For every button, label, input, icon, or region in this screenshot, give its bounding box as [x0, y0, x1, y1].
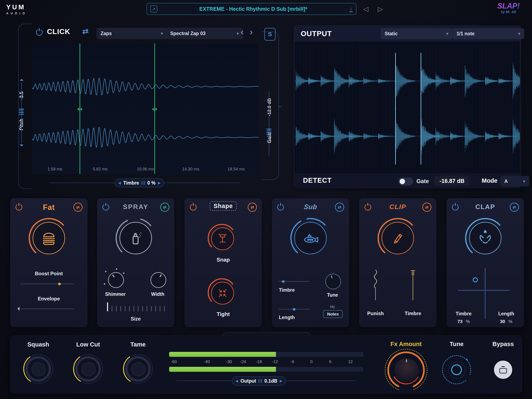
arrow-left-icon[interactable]: ◂: [119, 180, 121, 186]
mode-value: A: [504, 178, 508, 184]
clap-main-knob[interactable]: [463, 216, 507, 260]
shimmer-knob[interactable]: [108, 272, 124, 288]
chevron-down-icon: ▾: [161, 31, 163, 36]
sub-main-knob[interactable]: [288, 216, 332, 260]
pitch-up-arrow[interactable]: [20, 79, 24, 81]
output-gain-pill[interactable]: ◂ Output 0.1dB ▸: [232, 376, 286, 386]
download-preset-icon[interactable]: ↓: [349, 6, 353, 12]
tame-knob-face[interactable]: [131, 362, 146, 376]
preset-name[interactable]: EXTREME - Hectic Rhythmic D Sub [mrbill]…: [157, 6, 349, 12]
envelope-handle[interactable]: [18, 307, 19, 311]
meter-tick: 6: [329, 359, 331, 364]
spray-knob-face[interactable]: [120, 222, 152, 254]
click-shuffle-icon[interactable]: ⇄: [82, 27, 89, 36]
gate-toggle-knob[interactable]: [400, 179, 405, 184]
clap-xy-pad-dot[interactable]: [473, 277, 478, 282]
tame-knob[interactable]: [122, 353, 154, 385]
mode-dropdown[interactable]: A ▾: [500, 176, 529, 186]
click-marker-end-handle[interactable]: [152, 107, 157, 111]
squash-knob[interactable]: [23, 353, 54, 385]
clip-timbre-slider[interactable]: [410, 269, 416, 301]
sub-timbre-slider[interactable]: [279, 281, 310, 282]
sub-swap-icon[interactable]: ⇄: [335, 203, 344, 212]
punish-slider[interactable]: [372, 269, 379, 301]
pitch-down-arrow[interactable]: [20, 144, 24, 146]
arrow-right-icon[interactable]: ▸: [158, 180, 160, 186]
click-next-preset[interactable]: ›: [250, 27, 253, 37]
sub-knob-face[interactable]: [294, 222, 327, 254]
sub-module: Sub ⇄ Timbre Tune Hz Notes Length: [272, 198, 349, 327]
snap-knob[interactable]: [206, 222, 238, 254]
clap-timbre-label: Timbre: [451, 311, 476, 317]
envelope-slider[interactable]: [20, 308, 74, 309]
clip-timbre-label: Timbre: [398, 311, 427, 316]
bottom-tune-knob[interactable]: [440, 353, 473, 386]
click-preset-dropdown[interactable]: Spectral Zap 03 ▾: [166, 28, 243, 39]
output-trigger-dropdown[interactable]: Static ▾: [381, 28, 452, 39]
click-category-dropdown[interactable]: Zaps ▾: [97, 28, 167, 39]
sub-length-handle[interactable]: [293, 308, 295, 311]
width-knob[interactable]: [151, 272, 166, 288]
spray-swap-icon[interactable]: ⇄: [160, 203, 169, 212]
sub-tune-knob[interactable]: [325, 274, 341, 289]
yum-audio-logo: YUM AUDIO: [6, 3, 39, 15]
clip-main-knob[interactable]: [376, 216, 420, 260]
squash-knob-face[interactable]: [32, 362, 46, 376]
bypass-button[interactable]: [494, 361, 512, 379]
preset-bar[interactable]: ↗ EXTREME - Hectic Rhythmic D Sub [mrbil…: [146, 3, 356, 15]
grip-icon: [141, 181, 145, 185]
fx-knob-face[interactable]: [394, 358, 419, 383]
clap-xy-pad-vaxis[interactable]: [485, 268, 485, 319]
gate-toggle[interactable]: [399, 178, 413, 185]
marker-pen-icon: [389, 230, 406, 246]
next-preset-button[interactable]: ▷: [378, 5, 383, 13]
tune-knob-ring[interactable]: [451, 364, 462, 375]
shape-module: Shape ⇄ Snap Tight: [184, 198, 262, 327]
gain-slider-handle[interactable]: [266, 129, 271, 135]
arrow-left-icon[interactable]: ◂: [236, 378, 238, 384]
arrow-right-icon[interactable]: ▸: [280, 378, 282, 384]
fat-main-knob[interactable]: [27, 216, 71, 260]
fat-swap-icon[interactable]: ⇄: [73, 203, 82, 212]
export-preset-icon[interactable]: ↗: [150, 5, 157, 12]
gain-slider-track[interactable]: [269, 91, 269, 156]
clap-timbre-value-row: 73 %: [451, 319, 476, 324]
meter-tick: -6: [291, 359, 294, 364]
hz-option[interactable]: Hz: [324, 305, 341, 309]
prev-preset-button[interactable]: ◁: [363, 5, 368, 13]
clip-knob-face[interactable]: [381, 222, 414, 254]
bypass-pedal-icon: [499, 368, 507, 374]
click-timbre-pill[interactable]: ◂ Timbre 0 % ▸: [115, 178, 164, 187]
sub-length-slider[interactable]: [279, 309, 310, 310]
notes-option[interactable]: Notes: [323, 310, 343, 318]
spray-module: SPRAY ⇄ ** ** Shimmer Width Size: [97, 198, 174, 327]
clap-swap-icon[interactable]: ⇄: [510, 203, 519, 212]
low-cut-label: Low Cut: [67, 341, 109, 348]
clip-swap-icon[interactable]: ⇄: [422, 203, 431, 212]
fx-amount-knob[interactable]: [383, 347, 429, 393]
click-power-button[interactable]: [36, 29, 43, 36]
gate-threshold-value[interactable]: -16.87 dB: [435, 176, 469, 186]
shape-swap-icon[interactable]: ⇄: [248, 203, 257, 212]
click-marker-start-handle[interactable]: [77, 107, 82, 111]
size-slider[interactable]: [107, 302, 165, 311]
sub-timbre-handle[interactable]: [282, 280, 285, 283]
click-prev-preset[interactable]: ‹: [241, 27, 244, 37]
spray-main-knob[interactable]: [114, 216, 158, 260]
snap-knob-face[interactable]: [211, 227, 234, 250]
click-solo-badge[interactable]: S: [264, 28, 276, 41]
boost-point-slider[interactable]: [20, 284, 74, 284]
low-cut-knob[interactable]: [73, 353, 104, 385]
boost-point-handle[interactable]: [58, 282, 61, 285]
fat-knob-face[interactable]: [33, 222, 65, 254]
pitch-slider-handle[interactable]: [19, 109, 24, 115]
output-note-dropdown[interactable]: 1/1 note ▾: [453, 28, 524, 39]
tight-knob-face[interactable]: [211, 282, 234, 305]
sub-tune-label: Tune: [316, 292, 349, 298]
clap-length-unit: %: [508, 319, 513, 324]
tight-knob[interactable]: [206, 277, 238, 308]
brand-line2: AUDIO: [6, 12, 39, 15]
low-cut-knob-face[interactable]: [82, 362, 95, 376]
clap-knob-face[interactable]: [469, 222, 501, 254]
clap-xy-pad-haxis[interactable]: [458, 290, 510, 291]
